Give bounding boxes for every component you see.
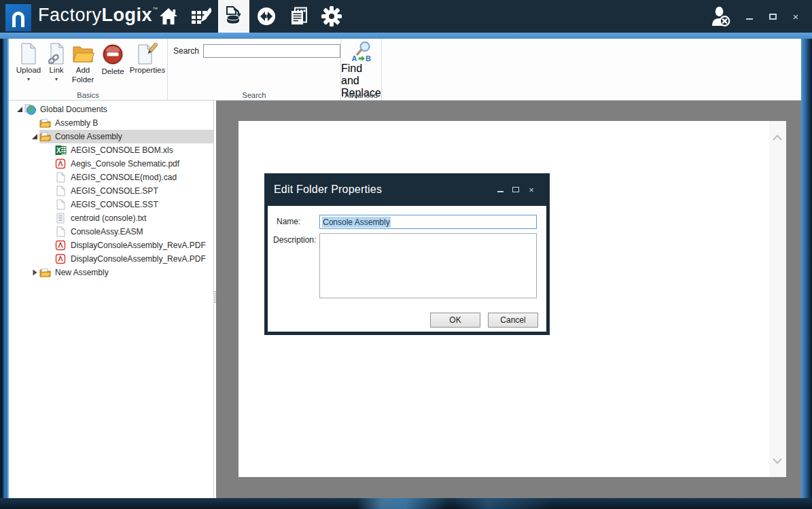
maximize-icon bbox=[769, 14, 777, 20]
tree-item-file[interactable]: centroid (console).txt bbox=[9, 211, 213, 225]
tree-item-label: Aegis_Console Schematic.pdf bbox=[71, 159, 179, 169]
brand-text: FactoryLogix™ bbox=[38, 5, 158, 26]
link-label: Link bbox=[49, 66, 63, 75]
tree-item-file[interactable]: DisplayConsoleAssembly_RevA.PDF bbox=[9, 239, 213, 252]
scroll-down-icon[interactable] bbox=[772, 455, 783, 467]
tree-item-file[interactable]: Aegis_Console Schematic.pdf bbox=[9, 157, 213, 171]
tree-item-file[interactable]: AEGIS_CONSOLE.SPT bbox=[9, 184, 213, 198]
add-folder-icon bbox=[71, 43, 94, 65]
tree-item-label: ConsoleAssy.EASM bbox=[71, 227, 143, 236]
nav-home-button[interactable] bbox=[153, 0, 184, 33]
pdf-file-icon bbox=[55, 158, 67, 169]
tree-item-file[interactable]: DisplayConsoleAssembly_RevA.PDF bbox=[9, 252, 213, 266]
accent-divider bbox=[0, 33, 812, 39]
maximize-icon bbox=[512, 187, 519, 192]
close-icon: × bbox=[529, 185, 534, 195]
transfer-arrows-icon bbox=[257, 7, 276, 26]
nav-process-engineering-button[interactable] bbox=[186, 0, 217, 33]
generic-file-icon bbox=[55, 226, 67, 237]
tree-item-label: Console Assembly bbox=[55, 132, 122, 141]
search-input[interactable] bbox=[203, 44, 340, 58]
upload-dropdown-icon[interactable]: ▾ bbox=[27, 77, 30, 82]
delete-icon bbox=[101, 43, 124, 66]
link-dropdown-icon[interactable]: ▾ bbox=[55, 77, 58, 82]
properties-icon bbox=[137, 43, 158, 65]
name-input-selected-text: Console Assembly bbox=[322, 217, 391, 228]
dialog-titlebar[interactable]: Edit Folder Properties × bbox=[264, 173, 550, 206]
titlebar[interactable]: FactoryLogix™ bbox=[0, 0, 812, 33]
minimize-icon bbox=[746, 18, 753, 20]
description-field-label: Description: bbox=[273, 235, 316, 245]
cancel-button[interactable]: Cancel bbox=[488, 313, 538, 328]
expander-expanded-icon[interactable] bbox=[30, 133, 39, 140]
nav-document-library-button[interactable] bbox=[218, 0, 249, 33]
scroll-up-icon[interactable] bbox=[772, 131, 783, 143]
tree-item-label: DisplayConsoleAssembly_RevA.PDF bbox=[71, 254, 206, 264]
ok-button[interactable]: OK bbox=[430, 313, 480, 328]
generic-file-icon bbox=[55, 199, 67, 210]
name-input[interactable]: Console Assembly bbox=[319, 215, 537, 229]
titlebar-right: × bbox=[707, 0, 804, 33]
maximize-button[interactable] bbox=[764, 6, 781, 27]
window-frame-bottom bbox=[0, 498, 812, 509]
expander-collapsed-icon[interactable] bbox=[30, 269, 39, 276]
upload-button[interactable]: Upload ▾ bbox=[13, 41, 44, 82]
factorylogix-logo-icon bbox=[5, 4, 31, 31]
find-replace-a-glyph: A bbox=[352, 54, 357, 63]
dialog-maximize-button[interactable] bbox=[511, 183, 520, 196]
expander-expanded-icon[interactable] bbox=[15, 106, 24, 113]
tree-item-label: AEGIS_CONSOLE.SST bbox=[71, 200, 158, 209]
folder-icon bbox=[39, 267, 51, 278]
nav-production-button[interactable] bbox=[251, 0, 282, 33]
main-nav bbox=[153, 0, 347, 33]
dialog-close-button[interactable]: × bbox=[527, 183, 536, 196]
folder-icon bbox=[39, 118, 51, 128]
tree-item-file[interactable]: AEGIS_CONSOLE.SST bbox=[9, 198, 213, 211]
find-and-replace-icon: A B bbox=[351, 41, 372, 63]
minimize-icon bbox=[497, 191, 504, 192]
description-textarea[interactable] bbox=[319, 233, 537, 298]
globe-icon bbox=[24, 104, 36, 115]
delete-button[interactable]: Delete bbox=[97, 41, 128, 77]
window-frame-right bbox=[801, 39, 812, 498]
pdf-file-icon bbox=[55, 240, 67, 251]
link-document-icon bbox=[48, 43, 65, 65]
tree-item-new-assembly[interactable]: New Assembly bbox=[9, 266, 213, 279]
svg-text:X: X bbox=[56, 147, 61, 154]
properties-button[interactable]: Properties bbox=[128, 41, 166, 75]
search-field-label: Search bbox=[173, 46, 199, 56]
document-tree-panel: Global Documents Assembly B bbox=[9, 101, 213, 498]
nav-settings-button[interactable] bbox=[316, 0, 347, 33]
gear-icon bbox=[321, 6, 342, 27]
tree-item-file[interactable]: AEGIS_CONSOLE(mod).cad bbox=[9, 171, 213, 184]
document-library-icon bbox=[224, 6, 244, 27]
tree-item-console-assembly[interactable]: Console Assembly bbox=[9, 130, 213, 143]
brand-logix: Logix bbox=[102, 5, 153, 25]
add-folder-button[interactable]: Add Folder bbox=[69, 41, 97, 85]
text-file-icon bbox=[55, 213, 67, 224]
tree-item-label: AEGIS_CONSOLE BOM.xls bbox=[71, 145, 173, 155]
tree-item-global-documents[interactable]: Global Documents bbox=[9, 103, 213, 116]
user-logout-button[interactable] bbox=[707, 0, 735, 33]
logo-n-glyph bbox=[12, 12, 24, 27]
factorylogix-window: FactoryLogix™ bbox=[0, 0, 812, 509]
dialog-body: Name: Console Assembly Description: OK C… bbox=[268, 206, 546, 332]
name-field-label: Name: bbox=[277, 217, 300, 226]
dialog-title: Edit Folder Properties bbox=[274, 183, 382, 196]
link-button[interactable]: Link ▾ bbox=[44, 41, 69, 82]
find-and-replace-button[interactable]: A B Find and Replace bbox=[341, 39, 382, 99]
user-x-icon bbox=[710, 5, 732, 27]
dialog-window-controls: × bbox=[495, 173, 536, 206]
dialog-minimize-button[interactable] bbox=[495, 183, 505, 196]
tree-item-assembly-b[interactable]: Assembly B bbox=[9, 116, 213, 130]
brand-factory: Factory bbox=[38, 5, 102, 25]
close-button[interactable]: × bbox=[788, 6, 804, 27]
tree-item-label: AEGIS_CONSOLE(mod).cad bbox=[71, 173, 177, 182]
tree-item-file[interactable]: X AEGIS_CONSOLE BOM.xls bbox=[9, 143, 213, 157]
minimize-button[interactable] bbox=[741, 6, 758, 27]
vertical-scrollbar[interactable] bbox=[769, 121, 786, 477]
tree-item-file[interactable]: ConsoleAssy.EASM bbox=[9, 225, 213, 239]
group-label-basics: Basics bbox=[9, 91, 167, 99]
generic-file-icon bbox=[55, 186, 67, 196]
nav-reports-button[interactable] bbox=[283, 0, 315, 33]
